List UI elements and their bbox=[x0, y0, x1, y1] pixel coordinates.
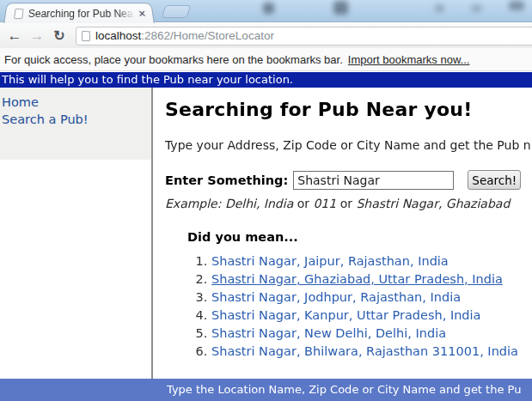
sidebar-nav-link[interactable]: Home bbox=[0, 94, 151, 111]
site-footer-banner: Type the Location Name, Zip Code or City… bbox=[0, 379, 532, 401]
suggestion-item: Shastri Nagar, Ghaziabad, Uttar Pradesh,… bbox=[211, 273, 532, 286]
suggestion-item: Shastri Nagar, Jaipur, Rajasthan, India bbox=[211, 255, 532, 268]
suggestion-item: Shastri Nagar, Kanpur, Uttar Pradesh, In… bbox=[211, 309, 532, 322]
background-artifact bbox=[435, 4, 444, 12]
search-button[interactable]: Search! bbox=[468, 170, 521, 190]
suggestion-link[interactable]: Shastri Nagar, Ghaziabad, Uttar Pradesh,… bbox=[211, 272, 503, 286]
suggestion-list: Shastri Nagar, Jaipur, Rajasthan, IndiaS… bbox=[186, 255, 532, 358]
example-or: or bbox=[293, 197, 313, 210]
close-tab-icon[interactable]: × bbox=[137, 8, 148, 19]
url-text[interactable]: localhost:2862/Home/StoreLocator bbox=[95, 29, 274, 42]
tab-title: Searching for Pub Near Yo bbox=[28, 8, 138, 20]
suggestion-item: Shastri Nagar, Jodhpur, Rajasthan, India bbox=[211, 291, 532, 304]
example-or: or bbox=[336, 197, 356, 210]
did-you-mean-heading: Did you mean... bbox=[187, 230, 532, 244]
back-button[interactable]: ← bbox=[3, 28, 26, 43]
page-title: Searching for Pub Near you! bbox=[165, 99, 532, 120]
browser-titlebar: Searching for Pub Near Yo × bbox=[0, 0, 532, 22]
site-header-banner: This will help you to find the Pub near … bbox=[0, 72, 532, 88]
import-bookmarks-link[interactable]: Import bookmarks now... bbox=[348, 53, 470, 66]
suggestion-link[interactable]: Shastri Nagar, Kanpur, Uttar Pradesh, In… bbox=[211, 308, 480, 322]
reload-button[interactable]: ↻ bbox=[48, 29, 70, 43]
search-label: Enter Something: bbox=[165, 173, 288, 187]
url-path: :2862/Home/StoreLocator bbox=[141, 29, 274, 42]
suggestion-link[interactable]: Shastri Nagar, Bhilwara, Rajasthan 31100… bbox=[211, 344, 518, 358]
sidebar-menu: HomeSearch a Pub! bbox=[0, 88, 151, 160]
example-part: 011 bbox=[313, 197, 336, 210]
new-tab-button[interactable] bbox=[162, 5, 192, 18]
sidebar-nav-link[interactable]: Search a Pub! bbox=[0, 111, 151, 128]
example-part: Shastri Nagar, Ghaziabad bbox=[356, 197, 510, 210]
bookmarks-message: For quick access, place your bookmarks h… bbox=[4, 53, 343, 66]
suggestion-link[interactable]: Shastri Nagar, Jaipur, Rajasthan, India bbox=[211, 254, 449, 268]
example-part: Example: Delhi, India bbox=[165, 197, 293, 210]
search-form: Enter Something: Search! bbox=[165, 170, 532, 190]
suggestion-link[interactable]: Shastri Nagar, New Delhi, Delhi, India bbox=[211, 326, 446, 340]
suggestion-item: Shastri Nagar, New Delhi, Delhi, India bbox=[211, 327, 532, 340]
background-artifact bbox=[263, 3, 274, 14]
example-text: Example: Delhi, India or 011 or Shastri … bbox=[165, 197, 532, 210]
browser-toolbar: ← → ↻ localhost:2862/Home/StoreLocator bbox=[0, 23, 532, 48]
background-artifact bbox=[333, 1, 348, 15]
blank-page-favicon-icon bbox=[14, 9, 23, 19]
intro-text: Type your Address, Zip Code or City Name… bbox=[165, 138, 532, 152]
url-host: localhost bbox=[95, 29, 141, 42]
address-bar[interactable]: localhost:2862/Home/StoreLocator bbox=[76, 27, 532, 46]
browser-tab[interactable]: Searching for Pub Near Yo × bbox=[3, 3, 155, 23]
background-artifact bbox=[471, 4, 482, 12]
main-content: Searching for Pub Near you! Type your Ad… bbox=[153, 88, 532, 379]
search-input[interactable] bbox=[293, 171, 454, 190]
page-icon bbox=[82, 31, 90, 41]
bookmarks-bar: For quick access, place your bookmarks h… bbox=[0, 48, 532, 71]
forward-button[interactable]: → bbox=[26, 28, 48, 43]
page-content-area: HomeSearch a Pub! Searching for Pub Near… bbox=[0, 88, 532, 379]
suggestion-item: Shastri Nagar, Bhilwara, Rajasthan 31100… bbox=[211, 345, 532, 358]
background-artifact bbox=[509, 1, 524, 10]
suggestion-link[interactable]: Shastri Nagar, Jodhpur, Rajasthan, India bbox=[211, 290, 461, 304]
